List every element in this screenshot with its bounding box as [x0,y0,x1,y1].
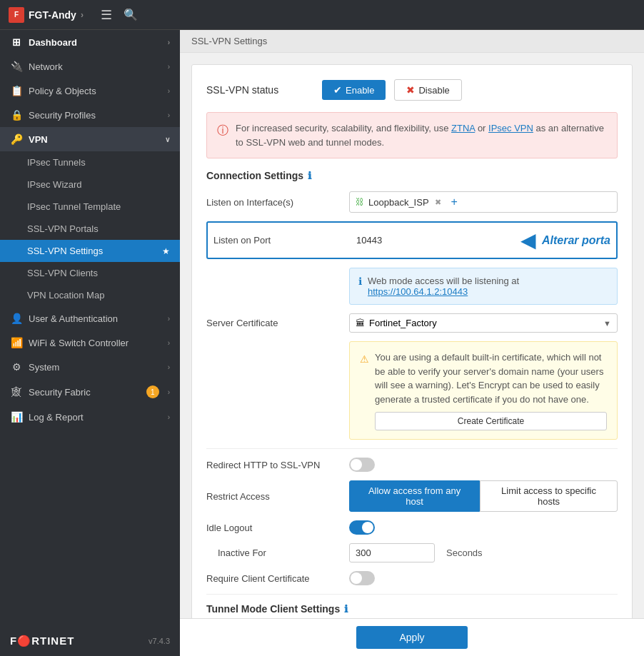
sidebar-item-ssl-vpn-portals[interactable]: SSL-VPN Portals [0,218,180,240]
listen-interface-field: ⛓ Loopback_ISP ✖ + [349,191,618,213]
sidebar-label-vpn-location-map: VPN Location Map [27,290,104,301]
enable-label: Enable [346,85,374,96]
search-icon[interactable]: 🔍 [124,8,138,21]
fortinet-logo: F🔴RTINET [10,635,74,647]
sidebar-item-ssl-vpn-settings[interactable]: SSL-VPN Settings ★ [0,240,180,262]
inactive-for-input[interactable] [349,543,435,562]
interface-remove-icon[interactable]: ✖ [435,198,441,207]
security-fabric-badge: 1 [146,385,159,398]
idle-logout-toggle[interactable] [349,520,375,535]
inactive-for-label: Inactive For [206,547,349,558]
top-bar-chevron: › [81,10,84,20]
limit-hosts-button[interactable]: Limit access to specific hosts [480,480,618,512]
toggle-knob [351,572,362,584]
redirect-http-label: Redirect HTTP to SSL-VPN [206,460,349,470]
chevron-icon: › [168,413,170,421]
disable-button[interactable]: ✖ Disable [394,79,461,101]
dashboard-icon: ⊞ [10,36,23,48]
interface-link-icon: ⛓ [356,197,364,207]
sidebar-item-vpn-location-map[interactable]: VPN Location Map [0,284,180,306]
connection-info-icon[interactable]: ℹ [308,170,311,181]
redirect-http-row: Redirect HTTP to SSL-VPN [206,458,618,472]
sidebar-label-ipsec-tunnel-template: IPsec Tunnel Template [27,201,121,212]
inactive-for-field: Seconds [349,543,483,562]
sidebar-item-network[interactable]: 🔌 Network › [0,54,180,79]
idle-logout-row: Idle Logout [206,520,618,535]
sidebar-label-ipsec-wizard: IPsec Wizard [27,179,82,190]
sidebar: ⊞ Dashboard › 🔌 Network › 📋 Policy & Obj… [0,30,180,656]
tunnel-info-icon[interactable]: ℹ [344,603,348,615]
sidebar-item-system[interactable]: ⚙ System › [0,355,180,379]
security-profiles-icon: 🔒 [10,109,23,121]
hamburger-icon[interactable]: ☰ [101,7,112,23]
sidebar-label-system: System [29,362,59,373]
interface-add-icon[interactable]: + [451,196,458,208]
allow-any-host-button[interactable]: Allow access from any host [349,480,480,512]
require-cert-label: Require Client Certificate [206,573,349,584]
redirect-http-toggle[interactable] [349,458,375,472]
sidebar-label-user-auth: User & Authentication [29,313,118,324]
enable-button[interactable]: ✔ Enable [322,80,386,100]
main-content: SSL-VPN Settings SSL-VPN status ✔ Enable… [180,30,644,656]
toggle-knob [362,522,373,533]
sidebar-item-log-report[interactable]: 📊 Log & Report › [0,405,180,429]
listen-interface-label: Listen on Interface(s) [206,197,349,208]
sidebar-item-security-fabric[interactable]: 🕸 Security Fabric 1 › [0,379,180,405]
chevron-icon: › [168,315,170,323]
sidebar-label-log-report: Log & Report [29,412,84,423]
sidebar-item-policy-objects[interactable]: 📋 Policy & Objects › [0,79,180,103]
check-icon: ✔ [333,84,342,96]
apply-button[interactable]: Apply [356,626,467,649]
sidebar-item-vpn[interactable]: 🔑 VPN ∨ [0,127,180,151]
content-area: SSL-VPN status ✔ Enable ✖ Disable ⓘ For … [180,53,644,618]
sidebar-item-ipsec-tunnels[interactable]: IPsec Tunnels [0,151,180,173]
sidebar-item-dashboard[interactable]: ⊞ Dashboard › [0,30,180,54]
server-cert-row: Server Certificate 🏛 Fortinet_Factory ▼ [206,313,618,333]
chevron-icon: › [168,111,170,119]
sidebar-label-network: Network [29,61,63,72]
sidebar-item-wifi-switch[interactable]: 📶 WiFi & Switch Controller › [0,330,180,355]
sidebar-label-ssl-vpn-clients: SSL-VPN Clients [27,268,98,278]
sidebar-item-ipsec-tunnel-template[interactable]: IPsec Tunnel Template [0,196,180,218]
ipsec-link[interactable]: IPsec VPN [488,123,533,133]
user-auth-icon: 👤 [10,313,23,324]
log-report-icon: 📊 [10,411,23,423]
sidebar-item-user-auth[interactable]: 👤 User & Authentication › [0,306,180,330]
warning-icon: ⚠ [360,352,369,367]
cert-select[interactable]: 🏛 Fortinet_Factory ▼ [349,313,618,333]
restrict-access-btn-group: Allow access from any host Limit access … [349,480,618,512]
warning-text: You are using a default built-in certifi… [375,350,607,406]
tunnel-mode-title: Tunnel Mode Client Settings ℹ [206,603,618,615]
inactive-for-row: Inactive For Seconds [206,543,618,562]
webmode-info-box: ℹ Web mode access will be listening at h… [349,268,618,305]
connection-settings-title: Connection Settings ℹ [206,170,618,181]
logo-icon: F [9,7,24,23]
chevron-icon: › [168,39,170,46]
chevron-icon: › [168,388,170,396]
create-cert-button[interactable]: Create Certificate [375,412,607,430]
webmode-url-link[interactable]: https://100.64.1.2:10443 [368,286,468,297]
sidebar-item-security-profiles[interactable]: 🔒 Security Profiles › [0,103,180,127]
require-cert-toggle[interactable] [349,571,375,585]
info-icon: ℹ [358,276,362,287]
ztna-link[interactable]: ZTNA [451,123,475,133]
warning-box: ⚠ You are using a default built-in certi… [349,341,618,440]
x-icon: ✖ [406,84,415,96]
sidebar-label-dashboard: Dashboard [29,37,77,48]
star-icon[interactable]: ★ [162,246,170,256]
sidebar-item-ssl-vpn-clients[interactable]: SSL-VPN Clients [0,262,180,284]
port-annotation: Alterar porta [542,234,610,247]
restrict-access-label: Restrict Access [206,491,349,502]
listen-interface-row: Listen on Interface(s) ⛓ Loopback_ISP ✖ … [206,191,618,213]
listen-port-input[interactable] [356,235,515,246]
sidebar-item-ipsec-wizard[interactable]: IPsec Wizard [0,173,180,196]
chevron-icon: › [168,63,170,71]
server-cert-field: 🏛 Fortinet_Factory ▼ [349,313,618,333]
top-bar: F FGT-Andy › ☰ 🔍 [0,0,644,30]
chevron-icon: › [168,363,170,371]
wifi-icon: 📶 [10,337,23,348]
status-row: SSL-VPN status ✔ Enable ✖ Disable [206,79,618,101]
alert-text: For increased security, scalability, and… [236,121,607,149]
listen-port-label: Listen on Port [213,235,356,246]
interface-selector[interactable]: ⛓ Loopback_ISP ✖ + [349,191,618,213]
